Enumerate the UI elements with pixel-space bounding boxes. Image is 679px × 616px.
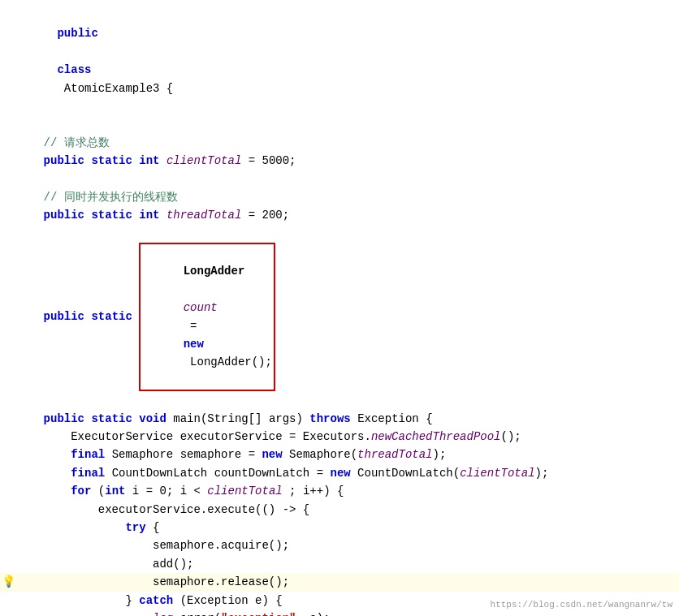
blank-line-1 bbox=[0, 115, 679, 133]
line-count-down-latch: final CountDownLatch countDownLatch = ne… bbox=[0, 464, 679, 482]
bulb-icon: 💡 bbox=[2, 573, 15, 591]
line-acquire: semaphore.acquire(); bbox=[0, 536, 679, 554]
watermark: https://blog.csdn.net/wangnanrw/tw bbox=[491, 598, 673, 613]
var-count: count bbox=[184, 301, 218, 314]
line-add: add(); bbox=[0, 555, 679, 573]
param-thread-total: threadTotal bbox=[357, 446, 432, 463]
var-client-total: clientTotal bbox=[167, 152, 241, 170]
var-log: log bbox=[153, 610, 173, 616]
line-try: try { bbox=[0, 519, 679, 536]
line-client-total: public static int clientTotal = 5000; bbox=[0, 152, 679, 170]
line-executor-service: ExecutorService executorService = Execut… bbox=[0, 428, 679, 446]
line-release-highlighted: 💡 semaphore.release(); bbox=[0, 573, 679, 591]
line-for-loop: for ( int i = 0; i < clientTotal ; i++) … bbox=[0, 482, 679, 500]
line-long-adder: public static LongAdder count = new Long… bbox=[0, 243, 679, 391]
line-semaphore: final Semaphore semaphore = new Semaphor… bbox=[0, 446, 679, 463]
param-client-total-loop: clientTotal bbox=[207, 482, 282, 500]
line-execute-lambda: executorService.execute(() -> { bbox=[0, 501, 679, 519]
line-main-signature: public static void main(String[] args) t… bbox=[0, 410, 679, 428]
red-box-highlight: LongAdder count = new LongAdder(); bbox=[139, 243, 275, 391]
code-block: public class AtomicExample3 { // 请求总数 pu… bbox=[0, 0, 679, 616]
keyword-class: class bbox=[57, 63, 91, 76]
bulb-indicator: 💡 bbox=[2, 573, 15, 591]
var-thread-total: threadTotal bbox=[167, 206, 241, 224]
blank-line-4 bbox=[0, 391, 679, 409]
method-new-cached: newCachedThreadPool bbox=[371, 428, 501, 446]
string-exception: "exception" bbox=[221, 610, 296, 616]
line-comment-thread: // 同时并发执行的线程数 bbox=[0, 188, 679, 206]
line-thread-total: public static int threadTotal = 200; bbox=[0, 206, 679, 224]
blank-line-2 bbox=[0, 170, 679, 188]
comment-client-total: // 请求总数 bbox=[44, 134, 110, 152]
line-class-declaration: public class AtomicExample3 { bbox=[0, 6, 679, 115]
keyword-public: public bbox=[57, 27, 97, 40]
comment-thread-total: // 同时并发执行的线程数 bbox=[44, 188, 178, 206]
blank-line-3 bbox=[0, 225, 679, 243]
line-comment-client: // 请求总数 bbox=[0, 134, 679, 152]
param-client-total: clientTotal bbox=[460, 464, 534, 482]
